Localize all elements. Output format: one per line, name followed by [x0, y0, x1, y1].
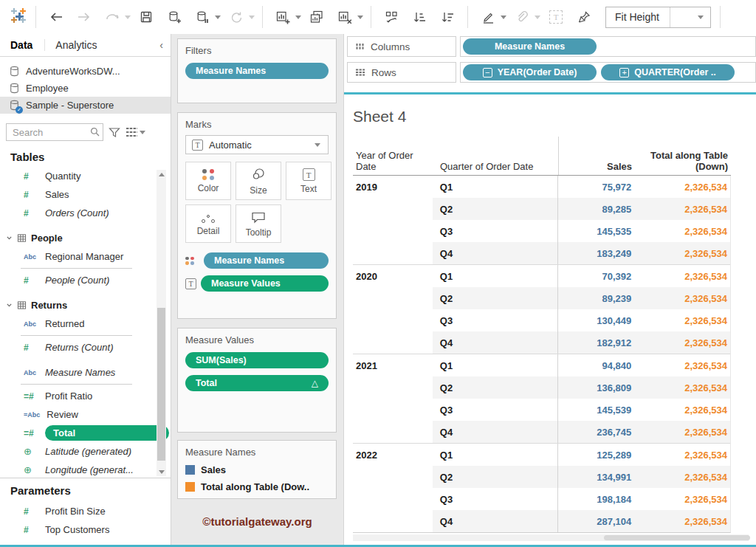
year-cell[interactable]: 2019	[353, 176, 433, 198]
quarter-cell[interactable]: Q4	[433, 421, 558, 443]
duplicate-sheet-button[interactable]	[306, 7, 327, 27]
quarter-cell[interactable]: Q3	[433, 488, 558, 510]
quarter-cell[interactable]: Q4	[433, 331, 558, 354]
tab-data[interactable]: Data	[0, 39, 44, 51]
new-worksheet-button[interactable]	[272, 7, 293, 27]
year-cell[interactable]	[353, 287, 433, 309]
sales-value-cell[interactable]: 198,184	[557, 488, 642, 510]
field-top-customers[interactable]: #Top Customers	[0, 520, 171, 539]
save-button[interactable]	[136, 7, 157, 27]
pause-updates-button[interactable]	[192, 7, 213, 27]
total-value-cell[interactable]: 2,326,534	[642, 444, 730, 466]
pill-measure-names[interactable]: Measure Names	[463, 38, 597, 55]
sheet-title[interactable]: Sheet 4	[353, 108, 406, 125]
new-worksheet-caret-icon[interactable]	[295, 16, 301, 19]
quarter-cell[interactable]: Q2	[433, 376, 558, 399]
pill-measure-names[interactable]: Measure Names	[204, 252, 329, 269]
sales-value-cell[interactable]: 130,449	[557, 309, 642, 331]
quarter-cell[interactable]: Q4	[433, 242, 558, 264]
sales-value-cell[interactable]: 134,991	[557, 466, 642, 488]
quarter-cell[interactable]: Q3	[433, 309, 558, 331]
run-updates-button[interactable]	[226, 7, 247, 27]
total-value-cell[interactable]: 2,326,534	[642, 309, 730, 331]
quarter-cell[interactable]: Q2	[433, 287, 558, 309]
column-header-quarter[interactable]: Quarter of Order Date	[433, 137, 558, 175]
total-value-cell[interactable]: 2,326,534	[642, 198, 730, 220]
total-value-cell[interactable]: 2,326,534	[642, 176, 730, 198]
quarter-cell[interactable]: Q3	[433, 399, 558, 421]
quarter-cell[interactable]: Q1	[433, 444, 558, 466]
search-input[interactable]	[6, 123, 103, 141]
year-cell[interactable]	[353, 376, 433, 399]
tooltip-button[interactable]: Tooltip	[236, 204, 281, 243]
sales-value-cell[interactable]: 145,539	[557, 399, 642, 421]
field-latitude-generated[interactable]: ⊕Latitude (generated)	[0, 442, 153, 461]
collapse-chevron-icon[interactable]	[6, 235, 13, 241]
year-cell[interactable]	[353, 331, 433, 354]
color-button[interactable]: Color	[185, 162, 231, 200]
field-returns-count[interactable]: #Returns (Count)	[0, 338, 153, 357]
datasource-item-adventureworksdw[interactable]: AdventureWorksDW...	[0, 63, 171, 80]
highlight-caret-icon[interactable]	[501, 16, 506, 19]
quarter-cell[interactable]: Q4	[433, 510, 558, 532]
year-cell[interactable]: 2021	[353, 354, 433, 376]
sales-value-cell[interactable]: 94,840	[557, 354, 642, 376]
view-options-caret-icon[interactable]	[140, 131, 145, 134]
year-cell[interactable]: 2020	[353, 265, 433, 287]
field-longitude-generat[interactable]: ⊕Longitude (generat...	[0, 461, 153, 478]
collapse-chevron-icon[interactable]	[6, 302, 13, 309]
sort-ascending-button[interactable]	[409, 7, 430, 27]
revert-button[interactable]	[102, 7, 123, 27]
fix-axes-button[interactable]	[574, 7, 594, 27]
field-orders-count[interactable]: #Orders (Count)	[0, 204, 153, 222]
horizontal-scrollbar-thumb[interactable]	[604, 535, 750, 540]
year-cell[interactable]	[353, 421, 433, 443]
column-header-year[interactable]: Year of Order Date	[353, 137, 433, 175]
scrollbar-thumb[interactable]	[157, 308, 165, 461]
quarter-cell[interactable]: Q2	[433, 198, 558, 220]
undo-button[interactable]	[46, 7, 66, 27]
filter-fields-icon[interactable]	[109, 127, 120, 138]
collapse-pane-icon[interactable]: ‹	[152, 39, 171, 51]
run-updates-caret-icon[interactable]	[249, 16, 255, 19]
sales-value-cell[interactable]: 182,912	[557, 331, 642, 354]
group-members-caret-icon[interactable]	[535, 16, 540, 19]
total-value-cell[interactable]: 2,326,534	[642, 354, 730, 376]
total-value-cell[interactable]: 2,326,534	[642, 466, 730, 488]
redo-button[interactable]	[74, 7, 94, 27]
tab-analytics[interactable]: Analytics	[44, 39, 107, 51]
view-options-icon[interactable]	[126, 127, 147, 137]
total-value-cell[interactable]: 2,326,534	[642, 220, 730, 242]
field-profit-ratio[interactable]: =#Profit Ratio	[0, 387, 153, 405]
sales-value-cell[interactable]: 136,809	[557, 376, 642, 399]
legend-item-sales[interactable]: Sales	[178, 461, 336, 478]
expand-hierarchy-icon[interactable]: +	[619, 68, 629, 78]
field-total[interactable]: =#Total	[0, 424, 153, 442]
sales-value-cell[interactable]: 89,285	[557, 198, 642, 220]
show-mark-labels-button[interactable]: T	[546, 7, 566, 27]
fields-scrollbar[interactable]	[157, 170, 166, 476]
year-cell[interactable]	[353, 220, 433, 242]
field-group-people[interactable]: People	[0, 229, 153, 247]
quarter-cell[interactable]: Q2	[433, 466, 558, 488]
quarter-cell[interactable]: Q1	[433, 265, 558, 287]
total-value-cell[interactable]: 2,326,534	[642, 287, 730, 309]
field-returned[interactable]: AbcReturned	[0, 314, 153, 333]
fit-selector[interactable]: Fit Height	[605, 7, 711, 28]
field-regional-manager[interactable]: AbcRegional Manager	[0, 247, 153, 266]
total-value-cell[interactable]: 2,326,534	[642, 331, 730, 354]
total-value-cell[interactable]: 2,326,534	[642, 510, 730, 532]
swap-rows-columns-button[interactable]	[381, 7, 402, 27]
field-review[interactable]: =AbcReview	[0, 405, 153, 424]
total-value-cell[interactable]: 2,326,534	[642, 399, 730, 421]
sales-value-cell[interactable]: 183,249	[557, 242, 642, 264]
horizontal-scrollbar[interactable]	[353, 534, 749, 541]
year-cell[interactable]	[353, 198, 433, 220]
total-value-cell[interactable]: 2,326,534	[642, 488, 730, 510]
columns-shelf[interactable]: Measure Names	[460, 36, 756, 57]
quarter-cell[interactable]: Q1	[433, 176, 558, 198]
pill-total[interactable]: Total△	[185, 375, 329, 391]
field-sales[interactable]: #Sales	[0, 185, 153, 204]
legend-item-total-along-table-dow[interactable]: Total along Table (Dow..	[178, 478, 336, 495]
highlight-button[interactable]	[478, 7, 498, 27]
